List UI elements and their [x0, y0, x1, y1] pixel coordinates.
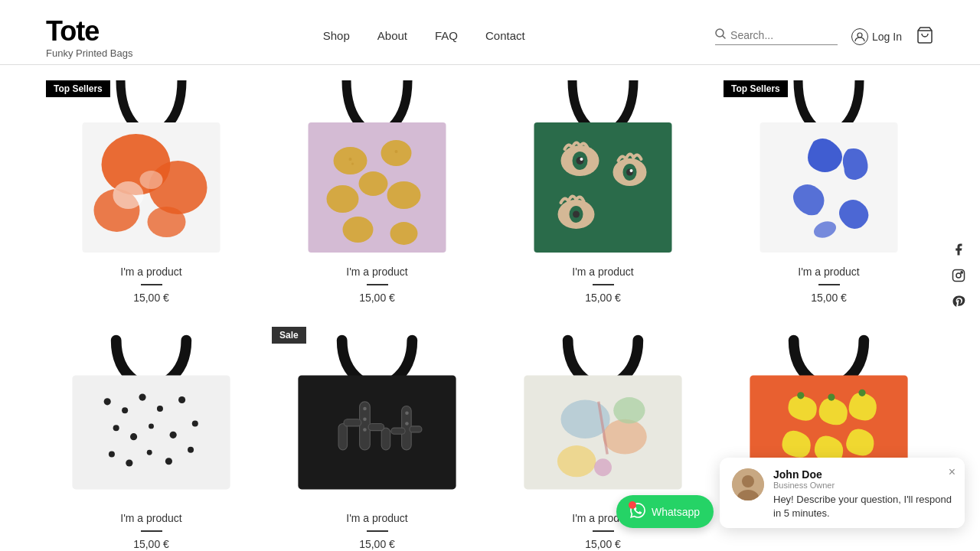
top-sellers-badge-4: Top Sellers [724, 80, 788, 97]
search-box[interactable] [715, 28, 838, 45]
svg-point-51 [165, 458, 172, 465]
svg-rect-58 [368, 423, 384, 430]
product-card-5[interactable]: I'm a product 15,00 € [46, 327, 256, 550]
product-image-3 [498, 80, 708, 256]
svg-point-47 [192, 420, 198, 426]
instagram-icon[interactable] [951, 268, 966, 283]
svg-point-50 [147, 450, 152, 455]
product-image-5 [46, 327, 256, 503]
login-button[interactable]: Log In [851, 28, 902, 45]
login-label: Log In [872, 31, 902, 43]
svg-point-66 [405, 422, 409, 425]
product-name-4: I'm a product [724, 266, 934, 278]
product-card-6[interactable]: Sale [272, 327, 482, 550]
product-divider-5 [141, 530, 162, 532]
svg-point-76 [858, 390, 865, 396]
svg-point-69 [603, 419, 647, 455]
svg-point-79 [961, 272, 962, 273]
svg-point-45 [149, 423, 154, 429]
product-divider-2 [367, 284, 388, 285]
svg-rect-23 [534, 122, 672, 253]
svg-point-17 [359, 171, 388, 196]
search-input[interactable] [730, 29, 830, 41]
product-card-1[interactable]: Top Sellers I'm a p [46, 80, 256, 304]
chat-close-button[interactable]: × [949, 465, 956, 479]
site-title: Tote [46, 15, 132, 47]
social-sidebar [951, 242, 966, 309]
cart-icon [916, 26, 934, 44]
product-card-2[interactable]: I'm a product 15,00 € [272, 80, 482, 304]
nav-shop[interactable]: Shop [323, 29, 350, 45]
svg-point-43 [113, 425, 119, 431]
product-card-4[interactable]: Top Sellers I'm a product 15,00 € [724, 80, 934, 304]
product-price-3: 15,00 € [498, 292, 708, 304]
svg-rect-37 [72, 375, 230, 489]
svg-rect-56 [344, 419, 361, 426]
svg-point-2 [858, 33, 862, 37]
whatsapp-button[interactable]: Whatsapp [616, 495, 714, 528]
product-image-6 [272, 327, 482, 503]
svg-point-40 [139, 394, 145, 401]
product-divider-3 [593, 284, 614, 285]
pinterest-icon[interactable] [951, 294, 966, 309]
svg-point-39 [122, 407, 128, 413]
svg-point-62 [363, 407, 367, 411]
product-grid-row1: Top Sellers I'm a p [46, 80, 934, 304]
svg-point-27 [580, 158, 583, 161]
svg-rect-61 [410, 426, 422, 432]
svg-point-44 [130, 433, 137, 440]
svg-rect-60 [391, 428, 405, 434]
svg-point-34 [573, 211, 580, 218]
logo-block: Tote Funky Printed Bags [46, 15, 132, 59]
svg-point-18 [343, 217, 374, 243]
svg-rect-53 [298, 375, 456, 489]
product-price-1: 15,00 € [46, 292, 256, 304]
chat-role: Business Owner [773, 481, 952, 490]
svg-point-74 [797, 392, 804, 399]
header: Tote Funky Printed Bags Shop About FAQ C… [0, 0, 980, 65]
svg-point-20 [349, 158, 352, 161]
chat-header: John Doe Business Owner Hey! Describe yo… [720, 458, 965, 528]
product-price-5: 15,00 € [46, 538, 256, 550]
product-image-1 [46, 80, 256, 256]
main-nav: Shop About FAQ Contact [323, 29, 525, 45]
top-sellers-badge-1: Top Sellers [46, 80, 110, 97]
product-image-7 [498, 327, 708, 503]
product-card-3[interactable]: I'm a product 15,00 € [498, 80, 708, 304]
svg-point-11 [140, 171, 163, 189]
svg-point-75 [828, 394, 835, 401]
nav-faq[interactable]: FAQ [435, 29, 458, 45]
nav-contact[interactable]: Contact [485, 29, 525, 45]
product-image-4 [724, 80, 934, 256]
svg-point-31 [630, 169, 633, 172]
product-name-5: I'm a product [46, 512, 256, 524]
chat-widget: John Doe Business Owner Hey! Describe yo… [720, 458, 965, 528]
search-icon [715, 28, 726, 41]
svg-point-72 [594, 458, 612, 476]
sale-badge-6: Sale [272, 327, 306, 344]
svg-point-7 [149, 161, 207, 214]
chat-message: Hey! Describe your question, I'll respon… [773, 493, 952, 520]
product-price-6: 15,00 € [272, 538, 482, 550]
product-divider-7 [593, 530, 614, 532]
product-name-1: I'm a product [46, 266, 256, 278]
whatsapp-notification-dot [629, 501, 636, 509]
svg-point-71 [613, 397, 645, 423]
svg-point-21 [351, 163, 354, 165]
svg-point-9 [148, 207, 186, 237]
svg-point-19 [390, 222, 418, 245]
chat-name: John Doe [773, 468, 952, 481]
svg-point-78 [956, 273, 961, 278]
chat-info: John Doe Business Owner Hey! Describe yo… [773, 468, 952, 520]
svg-point-48 [109, 452, 115, 458]
cart-button[interactable] [916, 26, 934, 47]
facebook-icon[interactable] [951, 242, 966, 257]
nav-about[interactable]: About [377, 29, 407, 45]
svg-rect-57 [381, 428, 390, 450]
product-price-2: 15,00 € [272, 292, 482, 304]
svg-rect-55 [338, 423, 347, 449]
svg-point-10 [113, 181, 144, 209]
svg-point-15 [327, 185, 359, 213]
svg-point-64 [363, 428, 367, 432]
whatsapp-label: Whatsapp [652, 506, 700, 518]
